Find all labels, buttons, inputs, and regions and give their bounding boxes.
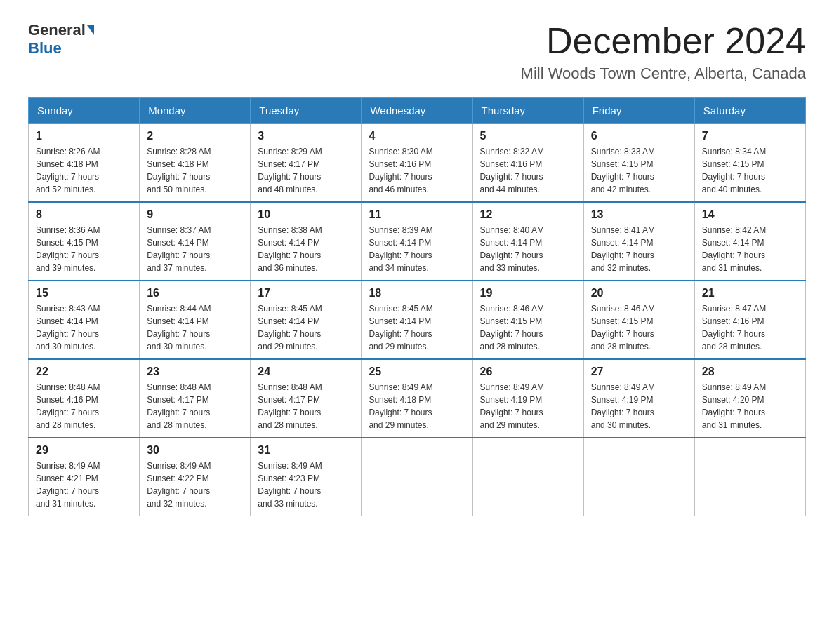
day-info: Sunrise: 8:47 AMSunset: 4:16 PMDaylight:… xyxy=(702,302,798,353)
calendar-cell: 20Sunrise: 8:46 AMSunset: 4:15 PMDayligh… xyxy=(583,281,694,359)
title-block: December 2024 Mill Woods Town Centre, Al… xyxy=(521,21,806,83)
day-number: 11 xyxy=(369,208,465,221)
day-info: Sunrise: 8:45 AMSunset: 4:14 PMDaylight:… xyxy=(369,302,465,353)
day-number: 5 xyxy=(480,130,576,142)
calendar-cell: 3Sunrise: 8:29 AMSunset: 4:17 PMDaylight… xyxy=(251,124,362,203)
weekday-header-saturday: Saturday xyxy=(694,98,805,124)
weekday-header-tuesday: Tuesday xyxy=(251,98,362,124)
day-info: Sunrise: 8:28 AMSunset: 4:18 PMDaylight:… xyxy=(147,145,243,196)
calendar-cell: 17Sunrise: 8:45 AMSunset: 4:14 PMDayligh… xyxy=(251,281,362,359)
calendar-cell: 7Sunrise: 8:34 AMSunset: 4:15 PMDaylight… xyxy=(694,124,805,203)
day-number: 16 xyxy=(147,287,243,300)
calendar-cell: 31Sunrise: 8:49 AMSunset: 4:23 PMDayligh… xyxy=(251,438,362,516)
weekday-header-friday: Friday xyxy=(583,98,694,124)
calendar-cell: 8Sunrise: 8:36 AMSunset: 4:15 PMDaylight… xyxy=(29,202,140,281)
calendar-cell: 1Sunrise: 8:26 AMSunset: 4:18 PMDaylight… xyxy=(29,124,140,203)
day-info: Sunrise: 8:49 AMSunset: 4:22 PMDaylight:… xyxy=(147,459,243,510)
day-number: 31 xyxy=(258,444,354,457)
weekday-header-monday: Monday xyxy=(140,98,251,124)
calendar-cell: 27Sunrise: 8:49 AMSunset: 4:19 PMDayligh… xyxy=(583,359,694,438)
calendar-cell: 26Sunrise: 8:49 AMSunset: 4:19 PMDayligh… xyxy=(472,359,583,438)
day-number: 23 xyxy=(147,365,243,378)
day-number: 3 xyxy=(258,130,354,142)
day-info: Sunrise: 8:49 AMSunset: 4:19 PMDaylight:… xyxy=(480,381,576,431)
day-number: 12 xyxy=(480,208,576,221)
calendar-cell: 16Sunrise: 8:44 AMSunset: 4:14 PMDayligh… xyxy=(140,281,251,359)
day-number: 26 xyxy=(480,365,576,378)
day-info: Sunrise: 8:30 AMSunset: 4:16 PMDaylight:… xyxy=(369,145,465,196)
day-info: Sunrise: 8:43 AMSunset: 4:14 PMDaylight:… xyxy=(36,302,132,353)
calendar-cell xyxy=(472,438,583,516)
logo-arrow-icon xyxy=(87,25,94,35)
weekday-header-row: SundayMondayTuesdayWednesdayThursdayFrid… xyxy=(29,98,806,124)
calendar-cell xyxy=(583,438,694,516)
calendar-cell: 2Sunrise: 8:28 AMSunset: 4:18 PMDaylight… xyxy=(140,124,251,203)
day-number: 9 xyxy=(147,208,243,221)
calendar-cell: 6Sunrise: 8:33 AMSunset: 4:15 PMDaylight… xyxy=(583,124,694,203)
calendar-cell: 28Sunrise: 8:49 AMSunset: 4:20 PMDayligh… xyxy=(694,359,805,438)
day-number: 28 xyxy=(702,365,798,378)
calendar-cell: 11Sunrise: 8:39 AMSunset: 4:14 PMDayligh… xyxy=(362,202,472,281)
calendar-cell: 4Sunrise: 8:30 AMSunset: 4:16 PMDaylight… xyxy=(362,124,472,203)
day-info: Sunrise: 8:46 AMSunset: 4:15 PMDaylight:… xyxy=(591,302,687,353)
calendar-cell xyxy=(694,438,805,516)
calendar-cell: 30Sunrise: 8:49 AMSunset: 4:22 PMDayligh… xyxy=(140,438,251,516)
calendar-cell: 22Sunrise: 8:48 AMSunset: 4:16 PMDayligh… xyxy=(29,359,140,438)
day-info: Sunrise: 8:49 AMSunset: 4:19 PMDaylight:… xyxy=(591,381,687,431)
logo-general-text: General xyxy=(28,21,86,39)
day-number: 8 xyxy=(36,208,132,221)
calendar-cell: 18Sunrise: 8:45 AMSunset: 4:14 PMDayligh… xyxy=(362,281,472,359)
calendar-cell xyxy=(362,438,472,516)
calendar-cell: 25Sunrise: 8:49 AMSunset: 4:18 PMDayligh… xyxy=(362,359,472,438)
calendar-week-row: 1Sunrise: 8:26 AMSunset: 4:18 PMDaylight… xyxy=(29,124,806,203)
day-info: Sunrise: 8:46 AMSunset: 4:15 PMDaylight:… xyxy=(480,302,576,353)
day-number: 21 xyxy=(702,287,798,300)
day-number: 20 xyxy=(591,287,687,300)
day-number: 18 xyxy=(369,287,465,300)
logo-blue-text: Blue xyxy=(28,39,62,58)
day-info: Sunrise: 8:32 AMSunset: 4:16 PMDaylight:… xyxy=(480,145,576,196)
logo: General Blue xyxy=(28,21,94,58)
day-number: 22 xyxy=(36,365,132,378)
day-info: Sunrise: 8:48 AMSunset: 4:16 PMDaylight:… xyxy=(36,381,132,431)
day-info: Sunrise: 8:36 AMSunset: 4:15 PMDaylight:… xyxy=(36,224,132,274)
day-info: Sunrise: 8:45 AMSunset: 4:14 PMDaylight:… xyxy=(258,302,354,353)
calendar-cell: 5Sunrise: 8:32 AMSunset: 4:16 PMDaylight… xyxy=(472,124,583,203)
day-number: 24 xyxy=(258,365,354,378)
day-number: 2 xyxy=(147,130,243,142)
day-number: 30 xyxy=(147,444,243,457)
calendar-cell: 29Sunrise: 8:49 AMSunset: 4:21 PMDayligh… xyxy=(29,438,140,516)
calendar-week-row: 22Sunrise: 8:48 AMSunset: 4:16 PMDayligh… xyxy=(29,359,806,438)
day-info: Sunrise: 8:39 AMSunset: 4:14 PMDaylight:… xyxy=(369,224,465,274)
weekday-header-wednesday: Wednesday xyxy=(362,98,472,124)
calendar-cell: 23Sunrise: 8:48 AMSunset: 4:17 PMDayligh… xyxy=(140,359,251,438)
calendar-cell: 21Sunrise: 8:47 AMSunset: 4:16 PMDayligh… xyxy=(694,281,805,359)
day-number: 10 xyxy=(258,208,354,221)
calendar-cell: 13Sunrise: 8:41 AMSunset: 4:14 PMDayligh… xyxy=(583,202,694,281)
calendar-cell: 9Sunrise: 8:37 AMSunset: 4:14 PMDaylight… xyxy=(140,202,251,281)
month-title: December 2024 xyxy=(521,21,806,61)
calendar-week-row: 15Sunrise: 8:43 AMSunset: 4:14 PMDayligh… xyxy=(29,281,806,359)
calendar-cell: 24Sunrise: 8:48 AMSunset: 4:17 PMDayligh… xyxy=(251,359,362,438)
day-info: Sunrise: 8:33 AMSunset: 4:15 PMDaylight:… xyxy=(591,145,687,196)
day-number: 27 xyxy=(591,365,687,378)
day-info: Sunrise: 8:34 AMSunset: 4:15 PMDaylight:… xyxy=(702,145,798,196)
location-title: Mill Woods Town Centre, Alberta, Canada xyxy=(521,65,806,83)
day-info: Sunrise: 8:37 AMSunset: 4:14 PMDaylight:… xyxy=(147,224,243,274)
day-info: Sunrise: 8:48 AMSunset: 4:17 PMDaylight:… xyxy=(258,381,354,431)
day-info: Sunrise: 8:41 AMSunset: 4:14 PMDaylight:… xyxy=(591,224,687,274)
page-header: General Blue December 2024 Mill Woods To… xyxy=(28,21,806,83)
day-number: 15 xyxy=(36,287,132,300)
day-number: 4 xyxy=(369,130,465,142)
day-info: Sunrise: 8:49 AMSunset: 4:20 PMDaylight:… xyxy=(702,381,798,431)
day-info: Sunrise: 8:40 AMSunset: 4:14 PMDaylight:… xyxy=(480,224,576,274)
calendar-cell: 12Sunrise: 8:40 AMSunset: 4:14 PMDayligh… xyxy=(472,202,583,281)
day-number: 29 xyxy=(36,444,132,457)
day-info: Sunrise: 8:29 AMSunset: 4:17 PMDaylight:… xyxy=(258,145,354,196)
day-number: 6 xyxy=(591,130,687,142)
calendar-week-row: 8Sunrise: 8:36 AMSunset: 4:15 PMDaylight… xyxy=(29,202,806,281)
day-info: Sunrise: 8:26 AMSunset: 4:18 PMDaylight:… xyxy=(36,145,132,196)
calendar-cell: 15Sunrise: 8:43 AMSunset: 4:14 PMDayligh… xyxy=(29,281,140,359)
day-number: 7 xyxy=(702,130,798,142)
weekday-header-thursday: Thursday xyxy=(472,98,583,124)
